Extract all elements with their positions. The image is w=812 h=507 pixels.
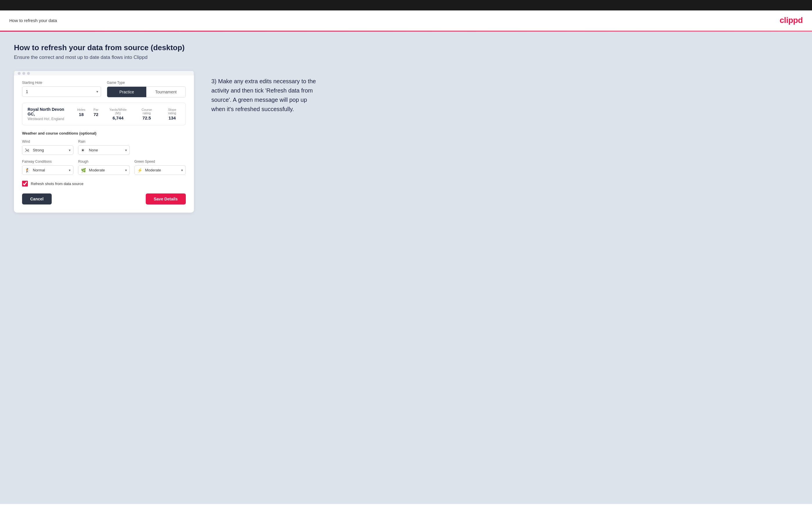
main-content: How to refresh your data from source (de… xyxy=(0,32,812,504)
form-card-top-stub xyxy=(14,71,194,75)
game-type-group: Game Type Practice Tournament xyxy=(107,80,186,98)
course-rating-value: 72.5 xyxy=(138,115,156,120)
par-label: Par xyxy=(94,108,98,111)
top-bar xyxy=(0,0,812,10)
save-button[interactable]: Save Details xyxy=(146,193,186,205)
wind-group: Wind 🌬 Strong Light None ▾ xyxy=(22,139,73,155)
wind-select[interactable]: Strong Light None xyxy=(22,145,73,155)
course-rating-stat: Course rating 72.5 xyxy=(138,108,156,120)
logo: clippd xyxy=(780,16,803,25)
holes-value: 18 xyxy=(77,112,85,117)
practice-button[interactable]: Practice xyxy=(107,87,146,97)
starting-hole-select-wrapper: 1 10 ▾ xyxy=(22,87,101,97)
tournament-button[interactable]: Tournament xyxy=(146,87,186,97)
rough-select-wrapper: 🌿 Moderate Light Heavy ▾ xyxy=(78,165,130,175)
course-name: Royal North Devon GC, xyxy=(28,107,71,116)
fairway-select[interactable]: Normal Soft Firm xyxy=(22,165,73,175)
refresh-checkbox[interactable] xyxy=(22,181,28,186)
game-type-buttons: Practice Tournament xyxy=(107,87,186,98)
green-speed-label: Green Speed xyxy=(135,160,186,164)
button-row: Cancel Save Details xyxy=(22,193,186,205)
par-value: 72 xyxy=(94,112,98,117)
slope-rating-label: Slope rating xyxy=(164,108,180,115)
fairway-select-wrapper: 🏌 Normal Soft Firm ▾ xyxy=(22,165,73,175)
yards-value: 6,744 xyxy=(107,115,130,120)
green-speed-select-wrapper: ⚡ Moderate Slow Fast ▾ xyxy=(135,165,186,175)
top-fields-row: Starting Hole 1 10 ▾ Game Type Practice … xyxy=(22,80,186,98)
fairway-group: Fairway Conditions 🏌 Normal Soft Firm ▾ xyxy=(22,160,73,175)
page-subheading: Ensure the correct and most up to date d… xyxy=(14,55,798,60)
starting-hole-select[interactable]: 1 10 xyxy=(22,87,101,97)
rain-select[interactable]: None Light Heavy xyxy=(78,145,130,155)
fairway-label: Fairway Conditions xyxy=(22,160,73,164)
course-stats: Holes 18 Par 72 Yards/White (M)) 6,744 C… xyxy=(77,108,180,120)
wind-select-wrapper: 🌬 Strong Light None ▾ xyxy=(22,145,73,155)
course-name-area: Royal North Devon GC, Westward Ho!, Engl… xyxy=(28,107,71,121)
rough-label: Rough xyxy=(78,160,130,164)
footer: Copyright Clippd 2022 xyxy=(0,504,812,507)
weather-section-label: Weather and course conditions (optional) xyxy=(22,131,186,135)
conditions-row-2: Fairway Conditions 🏌 Normal Soft Firm ▾ … xyxy=(22,160,186,175)
rough-select[interactable]: Moderate Light Heavy xyxy=(78,165,130,175)
cancel-button[interactable]: Cancel xyxy=(22,193,52,205)
header-title: How to refresh your data xyxy=(9,18,57,23)
rain-group: Rain ☀ None Light Heavy ▾ xyxy=(78,139,130,155)
form-card: Starting Hole 1 10 ▾ Game Type Practice … xyxy=(14,71,194,213)
game-type-label: Game Type xyxy=(107,80,186,85)
page-heading: How to refresh your data from source (de… xyxy=(14,43,798,52)
side-text: 3) Make any extra edits necessary to the… xyxy=(211,71,322,114)
rough-group: Rough 🌿 Moderate Light Heavy ▾ xyxy=(78,160,130,175)
course-location: Westward Ho!, England xyxy=(28,117,71,121)
holes-stat: Holes 18 xyxy=(77,108,85,120)
yards-label: Yards/White (M)) xyxy=(107,108,130,115)
rain-label: Rain xyxy=(78,139,130,144)
starting-hole-label: Starting Hole xyxy=(22,80,101,85)
side-description: 3) Make any extra edits necessary to the… xyxy=(211,76,322,114)
starting-hole-group: Starting Hole 1 10 ▾ xyxy=(22,80,101,98)
green-speed-select[interactable]: Moderate Slow Fast xyxy=(135,165,186,175)
yards-stat: Yards/White (M)) 6,744 xyxy=(107,108,130,120)
content-layout: Starting Hole 1 10 ▾ Game Type Practice … xyxy=(14,71,798,213)
refresh-checkbox-label: Refresh shots from data source xyxy=(31,181,83,186)
checkbox-row: Refresh shots from data source xyxy=(22,181,186,186)
course-rating-label: Course rating xyxy=(138,108,156,115)
wind-label: Wind xyxy=(22,139,73,144)
course-info-box: Royal North Devon GC, Westward Ho!, Engl… xyxy=(22,103,186,125)
rain-select-wrapper: ☀ None Light Heavy ▾ xyxy=(78,145,130,155)
holes-label: Holes xyxy=(77,108,85,111)
green-speed-group: Green Speed ⚡ Moderate Slow Fast ▾ xyxy=(135,160,186,175)
slope-rating-value: 134 xyxy=(164,115,180,120)
header: How to refresh your data clippd xyxy=(0,10,812,31)
par-stat: Par 72 xyxy=(94,108,98,120)
wind-rain-row: Wind 🌬 Strong Light None ▾ Rain ☀ xyxy=(22,139,186,155)
slope-rating-stat: Slope rating 134 xyxy=(164,108,180,120)
